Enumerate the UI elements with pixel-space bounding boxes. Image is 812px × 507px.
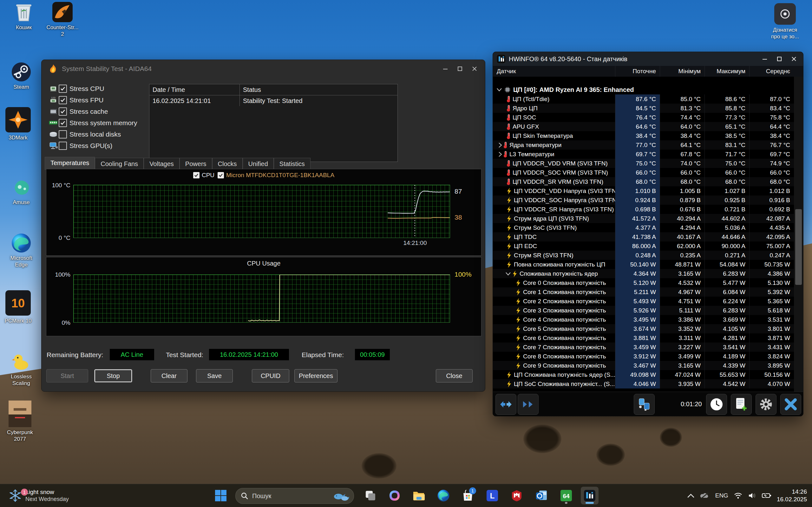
- sensor-row[interactable]: ЦП VDDCR_VDD Напруга (SVI3 TFN)1.010 B1.…: [493, 186, 794, 195]
- volume-icon[interactable]: [745, 487, 759, 504]
- sensor-row[interactable]: ЦП VDDCR_SR Напруга (SVI3 TFN)0.698 B0.6…: [493, 205, 794, 214]
- sensor-row[interactable]: Core 3 Споживана потужність5.926 W5.111 …: [493, 306, 794, 315]
- sensor-row[interactable]: Струм SoC (SVI3 TFN)4.377 A4.294 A5.036 …: [493, 223, 794, 232]
- sensor-row[interactable]: ЦП Споживана потужність ядер (S...49.098…: [493, 370, 794, 379]
- sensor-row[interactable]: ЦП Skin Температура38.4 °C38.4 °C38.5 °C…: [493, 131, 794, 140]
- sensor-row[interactable]: Струм ядра ЦП (SVI3 TFN)41.572 A40.294 A…: [493, 214, 794, 223]
- search-box[interactable]: Пошук: [235, 488, 354, 504]
- column-header-0[interactable]: Датчик: [493, 66, 615, 77]
- sensor-group-header[interactable]: ЦП [#0]: AMD Ryzen AI 9 365: Enhanced: [493, 85, 794, 95]
- close-button[interactable]: [786, 52, 801, 66]
- sensor-row[interactable]: ЦП SoC Споживана потужніст... (S...4.046…: [493, 379, 794, 389]
- taskbar-app-task-view[interactable]: [362, 487, 379, 504]
- sensor-row[interactable]: ЦП VDDCR_SOC Напруга (SVI3 TFN)0.924 B0.…: [493, 195, 794, 205]
- maximize-button[interactable]: [772, 52, 786, 66]
- taskbar-app-mcafee[interactable]: [508, 487, 525, 504]
- remote-monitoring-button[interactable]: [634, 394, 655, 415]
- checkbox-box[interactable]: [59, 130, 67, 138]
- close-sensors-button[interactable]: [780, 394, 801, 415]
- aida64-titlebar[interactable]: System Stability Test - AIDA64: [42, 60, 485, 78]
- desktop-icon-pcmark10[interactable]: 10PCMark 10: [0, 290, 42, 324]
- sensor-row[interactable]: ЦП TDC41.738 A40.167 A44.646 A42.095 A: [493, 232, 794, 241]
- desktop-icon-cs2[interactable]: Counter-Str...2: [39, 2, 86, 38]
- sensor-row[interactable]: Core 4 Споживана потужність3.495 W3.386 …: [493, 315, 794, 324]
- clock-button[interactable]: [706, 394, 727, 415]
- weather-widget[interactable]: 1 Light snow Next Wednesday: [8, 486, 69, 505]
- log-row[interactable]: 16.02.2025 14:21:01Stability Test: Start…: [149, 95, 397, 106]
- sensor-row[interactable]: L3 Температури69.7 °C67.8 °C71.7 °C69.7 …: [493, 150, 794, 159]
- checkbox-box[interactable]: [59, 107, 67, 116]
- sensor-row[interactable]: Core 2 Споживана потужність5.493 W4.751 …: [493, 297, 794, 306]
- tab-unified[interactable]: Unified: [243, 158, 274, 170]
- column-header-4[interactable]: Середнє: [749, 66, 794, 77]
- chevron-down-icon[interactable]: [506, 272, 511, 275]
- sensor-table-header[interactable]: ДатчикПоточнеМінімумМаксимумСереднє: [493, 66, 803, 77]
- swap-columns-button[interactable]: [496, 394, 516, 415]
- checkbox-stress-local-disks[interactable]: Stress local disks: [48, 129, 121, 140]
- desktop-icon-3dmark[interactable]: 3DMark: [0, 107, 42, 141]
- battery-charging-icon[interactable]: [759, 487, 774, 504]
- start-button[interactable]: [212, 487, 230, 504]
- checkbox-stress-fpu[interactable]: 123Stress FPU: [48, 95, 103, 106]
- tab-temperatures[interactable]: Temperatures: [45, 157, 95, 170]
- close-test-button[interactable]: Close: [436, 369, 473, 383]
- settings-gear-button[interactable]: [756, 394, 776, 415]
- desktop-icon-lossless-scaling[interactable]: LosslessScaling: [0, 352, 45, 387]
- checkbox-box[interactable]: [59, 119, 67, 127]
- column-header-2[interactable]: Мінімум: [660, 66, 705, 77]
- sensor-row[interactable]: ЦП (Tctl/Tdie)87.6 °C85.0 °C88.6 °C87.0 …: [493, 95, 794, 104]
- preferences-button[interactable]: Preferences: [294, 369, 338, 383]
- taskbar-app-store[interactable]: 1: [459, 487, 477, 504]
- cpuid-button[interactable]: CPUID: [252, 369, 289, 383]
- legend-checkbox[interactable]: [193, 172, 200, 178]
- clear-button[interactable]: Clear: [151, 369, 188, 383]
- maximize-button[interactable]: [453, 60, 467, 78]
- desktop-icon-amuse[interactable]: Amuse: [0, 177, 45, 206]
- sensor-row[interactable]: Core 6 Споживана потужність3.881 W3.311 …: [493, 333, 794, 343]
- save-button[interactable]: Save: [196, 369, 233, 383]
- hwinfo-titlebar[interactable]: HWiNFO® 64 v8.20-5640 - Стан датчиків: [493, 52, 803, 66]
- sensor-row[interactable]: ЦП VDDCR_SR VRM (SVI3 TFN)68.0 °C68.0 °C…: [493, 177, 794, 186]
- checkbox-stress-system-memory[interactable]: Stress system memory: [48, 118, 137, 128]
- minimize-button[interactable]: [757, 52, 772, 66]
- language-indicator[interactable]: ENG: [712, 487, 731, 504]
- taskbar-app-aida64[interactable]: 64: [557, 487, 575, 504]
- taskbar-app-edge[interactable]: [435, 487, 452, 504]
- start-button[interactable]: Start: [46, 369, 88, 383]
- report-button[interactable]: [731, 394, 752, 415]
- sensor-row[interactable]: ЦП VDDCR_VDD VRM (SVI3 TFN)75.0 °C74.0 °…: [493, 159, 794, 168]
- sensor-row[interactable]: Core 1 Споживана потужність5.211 W4.967 …: [493, 287, 794, 297]
- scrollbar-thumb[interactable]: [795, 209, 802, 285]
- sensor-row[interactable]: ЦП EDC86.000 A62.000 A90.000 A75.007 A: [493, 241, 794, 250]
- close-button[interactable]: [467, 60, 482, 78]
- desktop-icon-edge[interactable]: MicrosoftEdge: [0, 233, 45, 268]
- tray-chevron-icon[interactable]: [684, 487, 697, 504]
- taskbar-app-explorer[interactable]: [410, 487, 427, 504]
- chevron-right-icon[interactable]: [499, 152, 502, 157]
- sensor-row[interactable]: Струм SR (SVI3 TFN)0.248 A0.235 A0.271 A…: [493, 250, 794, 260]
- sensor-row[interactable]: ЦП VDDCR_SOC VRM (SVI3 TFN)66.0 °C66.0 °…: [493, 168, 794, 177]
- sensor-row[interactable]: Core 0 Споживана потужність5.120 W4.532 …: [493, 278, 794, 287]
- tab-voltages[interactable]: Voltages: [144, 158, 180, 170]
- checkbox-box[interactable]: [59, 84, 67, 93]
- legend-checkbox[interactable]: [217, 172, 224, 178]
- chevron-down-icon[interactable]: [497, 88, 502, 91]
- taskbar-app-outlook[interactable]: [532, 487, 550, 504]
- onedrive-offline-icon[interactable]: [697, 487, 712, 504]
- sensor-row[interactable]: Core 8 Споживана потужність3.912 W3.499 …: [493, 352, 794, 361]
- tab-cooling-fans[interactable]: Cooling Fans: [95, 158, 144, 170]
- sensor-row[interactable]: ЦП SOC76.4 °C74.4 °C77.3 °C75.8 °C: [493, 113, 794, 122]
- collapse-arrows-button[interactable]: [518, 394, 539, 415]
- column-header-1[interactable]: Поточне: [615, 66, 660, 77]
- taskbar-app-lossless[interactable]: L: [484, 487, 501, 504]
- scrollbar[interactable]: [794, 77, 803, 392]
- desktop-icon-cyberpunk2077[interactable]: Cyberpunk2077: [0, 400, 44, 442]
- sensor-row[interactable]: APU GFX64.6 °C64.0 °C65.1 °C64.4 °C: [493, 122, 794, 131]
- checkbox-box[interactable]: [59, 96, 67, 104]
- checkbox-stress-cache[interactable]: Stress cache: [48, 106, 108, 117]
- minimize-button[interactable]: [438, 60, 453, 78]
- tab-clocks[interactable]: Clocks: [212, 158, 243, 170]
- sensor-row[interactable]: Споживана потужність ядер4.364 W3.165 W6…: [493, 269, 794, 278]
- sensor-row[interactable]: Ядра температури77.0 °C64.1 °C83.1 °C76.…: [493, 140, 794, 150]
- checkbox-stress-cpu[interactable]: Stress CPU: [48, 83, 104, 94]
